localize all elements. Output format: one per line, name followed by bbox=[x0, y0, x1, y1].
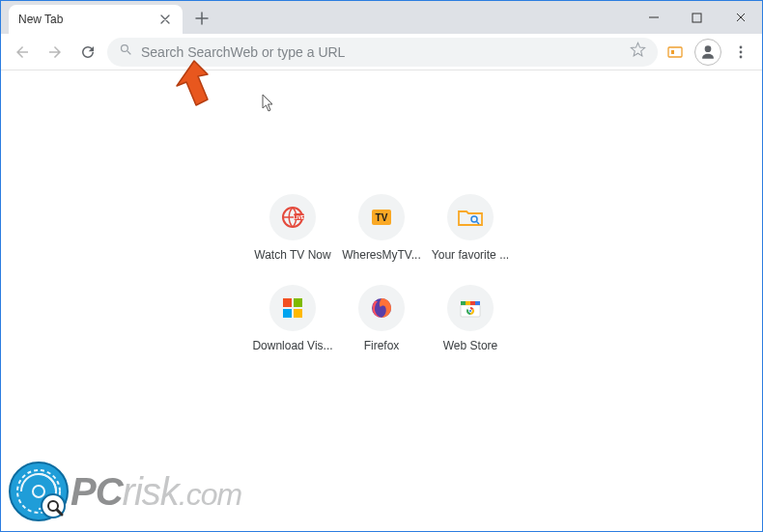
shortcut-watch-tv-now[interactable]: LIVE Watch TV Now bbox=[250, 194, 335, 262]
svg-rect-1 bbox=[668, 47, 682, 57]
watermark-logo-icon bbox=[7, 460, 71, 523]
watermark: PCrisk.com bbox=[7, 460, 241, 523]
shortcut-label: WheresMyTV... bbox=[342, 248, 421, 262]
shortcut-wheresmytv[interactable]: TV WheresMyTV... bbox=[339, 194, 424, 262]
svg-text:TV: TV bbox=[376, 212, 388, 223]
shortcut-firefox[interactable]: Firefox bbox=[339, 285, 424, 352]
shortcut-label: Download Vis... bbox=[252, 339, 332, 352]
shortcut-web-store[interactable]: Web Store bbox=[428, 285, 513, 352]
ms-panes-icon bbox=[269, 285, 316, 331]
svg-rect-16 bbox=[294, 309, 302, 318]
svg-text:LIVE: LIVE bbox=[294, 214, 305, 220]
watermark-pc: PC bbox=[71, 470, 123, 513]
svg-rect-13 bbox=[283, 298, 292, 307]
window-controls bbox=[632, 1, 762, 34]
tab-title: New Tab bbox=[18, 13, 63, 26]
extension-icon[interactable] bbox=[664, 41, 687, 64]
watermark-text: PCrisk.com bbox=[71, 470, 241, 514]
shortcut-label: Watch TV Now bbox=[254, 248, 330, 262]
star-icon[interactable] bbox=[630, 42, 646, 62]
minimize-button[interactable] bbox=[632, 4, 675, 31]
profile-button[interactable] bbox=[694, 39, 721, 66]
search-icon bbox=[119, 42, 133, 61]
globe-live-icon: LIVE bbox=[269, 194, 316, 240]
forward-button[interactable] bbox=[42, 39, 69, 66]
svg-point-12 bbox=[471, 216, 477, 222]
shortcut-your-favorite[interactable]: Your favorite ... bbox=[428, 194, 513, 262]
svg-point-4 bbox=[740, 45, 743, 48]
svg-rect-0 bbox=[692, 14, 701, 22]
new-tab-button[interactable] bbox=[188, 5, 215, 32]
close-window-button[interactable] bbox=[719, 4, 762, 31]
maximize-button[interactable] bbox=[675, 4, 719, 31]
shortcut-label: Firefox bbox=[364, 339, 400, 352]
shortcut-download-vis[interactable]: Download Vis... bbox=[250, 285, 335, 352]
svg-point-6 bbox=[740, 55, 743, 58]
tab-new-tab[interactable]: New Tab bbox=[9, 5, 183, 34]
svg-point-3 bbox=[705, 45, 712, 52]
arrow-annotation-icon bbox=[159, 57, 217, 119]
window-titlebar: New Tab bbox=[1, 1, 762, 34]
svg-rect-15 bbox=[283, 309, 292, 318]
folder-search-icon bbox=[447, 194, 494, 240]
svg-rect-2 bbox=[671, 50, 674, 54]
svg-rect-14 bbox=[294, 298, 302, 307]
shortcut-label: Web Store bbox=[443, 339, 497, 352]
tv-badge-icon: TV bbox=[358, 194, 405, 240]
close-icon[interactable] bbox=[157, 12, 173, 27]
reload-button[interactable] bbox=[74, 39, 101, 66]
shortcut-label: Your favorite ... bbox=[432, 248, 509, 262]
back-button[interactable] bbox=[9, 39, 36, 66]
watermark-risk: risk bbox=[123, 470, 179, 513]
firefox-icon bbox=[358, 285, 405, 331]
tab-strip: New Tab bbox=[1, 1, 215, 34]
svg-point-5 bbox=[740, 50, 743, 53]
webstore-icon bbox=[447, 285, 494, 331]
watermark-com: .com bbox=[179, 477, 241, 512]
cursor-icon bbox=[262, 94, 275, 117]
omnibox-actions bbox=[630, 42, 646, 62]
menu-button[interactable] bbox=[727, 39, 754, 66]
toolbar bbox=[1, 34, 762, 70]
shortcuts-grid: LIVE Watch TV Now TV WheresMyTV... Your … bbox=[250, 194, 513, 352]
